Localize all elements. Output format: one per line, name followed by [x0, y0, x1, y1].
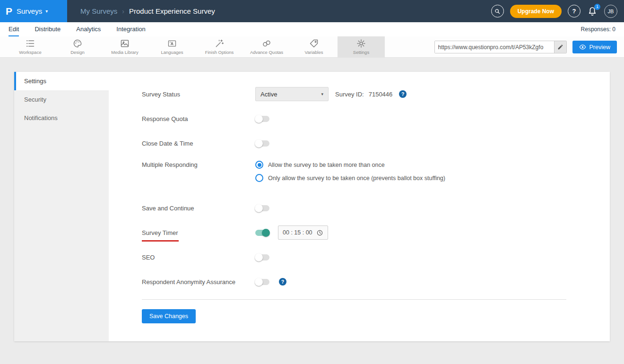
media-library-icon [120, 39, 130, 48]
tab-edit[interactable]: Edit [9, 22, 19, 36]
row-response-quota: Response Quota [142, 112, 610, 126]
app-window: P Surveys ▾ My Surveys › Product Experie… [0, 0, 624, 364]
toolbar-right: Preview [434, 41, 617, 53]
survey-id-value: 7150446 [369, 91, 393, 98]
save-and-continue-toggle[interactable] [255, 205, 269, 211]
edit-url-button[interactable] [554, 41, 566, 53]
sidebar-item-security[interactable]: Security [14, 90, 109, 109]
seo-toggle[interactable] [255, 254, 269, 260]
respondent-anonymity-label: Respondent Anonymity Assurance [142, 278, 255, 286]
form-divider [142, 299, 566, 300]
sidebar-item-notifications[interactable]: Notifications [14, 109, 109, 127]
toggle-knob [262, 229, 270, 237]
questionpro-logo: P [6, 6, 12, 17]
chevron-down-icon: ▾ [45, 9, 48, 14]
row-seo: SEO [142, 250, 610, 264]
radio-label: Allow the survey to be taken more than o… [268, 162, 385, 168]
toolbar-item-media-library[interactable]: Media Library [101, 36, 148, 57]
finish-options-icon [215, 39, 224, 48]
toolbar-item-label: Media Library [111, 50, 139, 55]
advance-quotas-icon [262, 39, 271, 48]
row-respondent-anonymity: Respondent Anonymity Assurance ? [142, 275, 610, 289]
design-icon [73, 39, 82, 48]
pencil-icon [557, 44, 563, 50]
respondent-anonymity-help-icon[interactable]: ? [279, 278, 286, 286]
main-nav: Edit Distribute Analytics Integration Re… [0, 22, 624, 36]
save-and-continue-label: Save and Continue [142, 205, 255, 212]
survey-timer-toggle[interactable] [255, 230, 269, 236]
radio-button-icon [255, 161, 263, 169]
search-button[interactable] [491, 5, 504, 17]
eye-icon [579, 43, 586, 51]
search-icon [494, 8, 501, 15]
variables-icon [309, 39, 319, 48]
survey-status-dropdown[interactable]: Active ▾ [255, 87, 329, 101]
question-mark-icon: ? [572, 8, 576, 15]
settings-panel: Settings Security Notifications Survey S… [14, 72, 610, 341]
close-date-time-toggle[interactable] [255, 140, 269, 147]
radio-only-once[interactable]: Only allow the survey to be taken once (… [255, 174, 445, 182]
respondent-anonymity-toggle[interactable] [255, 279, 269, 285]
save-changes-button[interactable]: Save Changes [142, 309, 196, 323]
seo-label: SEO [142, 254, 255, 261]
preview-button[interactable]: Preview [572, 41, 617, 53]
toolbar-item-label: Advance Quotas [250, 50, 283, 55]
top-bar: P Surveys ▾ My Surveys › Product Experie… [0, 0, 624, 22]
radio-allow-multiple[interactable]: Allow the survey to be taken more than o… [255, 161, 445, 169]
response-quota-toggle[interactable] [255, 116, 269, 122]
topbar-actions: Upgrade Now ? 1 JB [491, 5, 624, 18]
settings-form: Survey Status Active ▾ Survey ID: 715044… [109, 72, 610, 341]
toolbar-item-label: Languages [161, 50, 183, 55]
breadcrumb-separator-icon: › [122, 8, 124, 15]
toolbar-item-settings[interactable]: Settings [338, 36, 385, 57]
toolbar-item-variables[interactable]: Variables [290, 36, 338, 57]
settings-sidebar: Settings Security Notifications [14, 72, 109, 341]
row-multiple-responding: Multiple Responding Allow the survey to … [142, 161, 610, 182]
red-underline-annotation [142, 240, 179, 242]
survey-status-label: Survey Status [142, 91, 255, 98]
toolbar-item-workspace[interactable]: Workspace [7, 36, 54, 57]
user-avatar[interactable]: JB [604, 5, 617, 18]
sidebar-item-settings[interactable]: Settings [14, 72, 109, 90]
toggle-knob [255, 253, 263, 261]
breadcrumb-current-survey: Product Experience Survey [129, 7, 215, 15]
close-date-time-label: Close Date & Time [142, 140, 255, 147]
survey-id-help-icon[interactable]: ? [399, 90, 407, 98]
upgrade-now-button[interactable]: Upgrade Now [510, 5, 562, 18]
breadcrumb-my-surveys[interactable]: My Surveys [80, 7, 117, 15]
row-survey-status: Survey Status Active ▾ Survey ID: 715044… [142, 87, 610, 101]
notifications-button[interactable]: 1 [587, 6, 598, 17]
row-close-date-time: Close Date & Time [142, 136, 610, 150]
tab-integration[interactable]: Integration [116, 22, 145, 36]
toolbar-item-finish-options[interactable]: Finish Options [196, 36, 243, 57]
toolbar-item-design[interactable]: Design [54, 36, 101, 57]
toolbar-item-label: Design [70, 50, 85, 55]
surveys-product-menu[interactable]: P Surveys ▾ [0, 0, 67, 22]
toolbar-item-languages[interactable]: Languages [148, 36, 196, 57]
toolbar-item-label: Workspace [19, 50, 41, 55]
help-button[interactable]: ? [568, 5, 581, 17]
toggle-knob [255, 139, 263, 147]
product-name: Surveys [17, 7, 42, 15]
timer-value: 00 : 15 : 00 [283, 229, 312, 236]
timer-duration-input[interactable]: 00 : 15 : 00 [278, 225, 328, 240]
row-save-and-continue: Save and Continue [142, 201, 610, 215]
settings-icon [356, 39, 366, 48]
survey-url-input[interactable] [435, 41, 554, 53]
multiple-responding-options: Allow the survey to be taken more than o… [255, 161, 445, 182]
tab-distribute[interactable]: Distribute [35, 22, 61, 36]
toolbar-item-label: Variables [305, 50, 323, 55]
notification-badge: 1 [594, 4, 600, 10]
tab-analytics[interactable]: Analytics [76, 22, 101, 36]
survey-url-box [434, 41, 567, 53]
edit-toolbar: Workspace Design Media Library Languages… [0, 36, 624, 58]
radio-label: Only allow the survey to be taken once (… [268, 175, 445, 182]
toolbar-item-label: Settings [353, 50, 369, 55]
workspace-icon [26, 39, 35, 48]
toolbar-item-advance-quotas[interactable]: Advance Quotas [243, 36, 290, 57]
toggle-knob [255, 278, 263, 286]
toolbar-item-label: Finish Options [205, 50, 234, 55]
multiple-responding-label: Multiple Responding [142, 161, 255, 168]
languages-icon [167, 39, 177, 48]
survey-id-label: Survey ID: [335, 91, 364, 98]
